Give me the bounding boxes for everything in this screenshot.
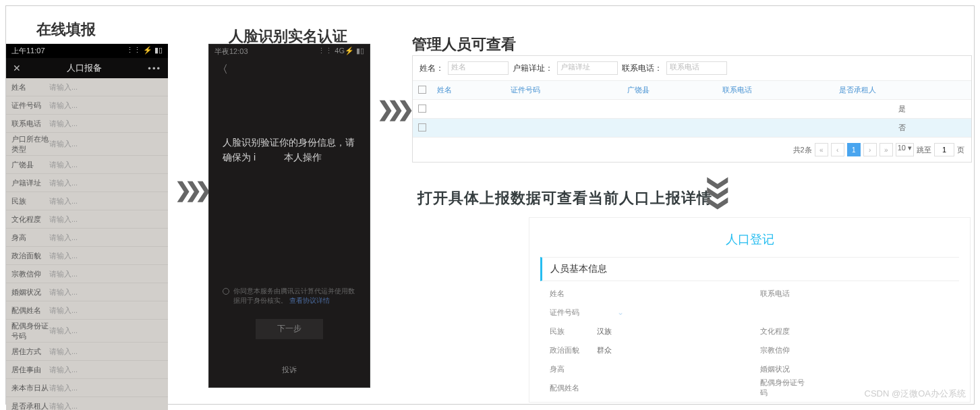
- form-row[interactable]: 证件号码请输入...: [6, 96, 168, 115]
- field-label: 配偶身份证号码: [760, 378, 807, 398]
- checkbox[interactable]: [418, 123, 426, 131]
- back-icon[interactable]: 〈: [209, 59, 370, 81]
- table-header-cell: 姓名: [432, 81, 505, 100]
- form-row[interactable]: 政治面貌请输入...: [6, 247, 168, 265]
- form-placeholder: 请输入...: [49, 196, 78, 206]
- status-signal-icon: ⋮⋮ ⚡ ▮▯: [126, 46, 163, 56]
- form-label: 居住方式: [11, 347, 49, 357]
- filter-input[interactable]: 户籍详址: [557, 61, 618, 75]
- jump-suffix: 页: [957, 145, 964, 155]
- arrow-icon: ❯❯❯: [377, 97, 407, 121]
- form-placeholder: 请输入...: [49, 178, 78, 188]
- detail-field: [760, 304, 950, 320]
- field-value: 群众: [597, 345, 612, 355]
- watermark: CSDN @泛微OA办公系统: [865, 388, 966, 400]
- detail-panel: 人口登记 人员基本信息 姓名联系电话证件号码⌄民族汉族文化程度政治面貌群众宗教信…: [529, 217, 971, 403]
- form-label: 宗教信仰: [11, 269, 49, 279]
- arrow-down-icon: ❯❯❯: [708, 175, 731, 205]
- page-prev-button[interactable]: ‹: [831, 143, 844, 156]
- form-placeholder: 请输入...: [49, 401, 78, 411]
- jump-input[interactable]: [934, 143, 954, 156]
- consent-link[interactable]: 查看协议详情: [289, 297, 330, 304]
- form-row[interactable]: 是否承租人请输入...: [6, 397, 168, 410]
- form-row[interactable]: 户籍详址请输入...: [6, 174, 168, 192]
- detail-field: 婚姻状况: [760, 361, 950, 377]
- chevron-down-icon[interactable]: ⌄: [617, 308, 624, 317]
- form-row[interactable]: 居住事由请输入...: [6, 361, 168, 379]
- form-placeholder: 请输入...: [49, 214, 78, 225]
- form-label: 配偶身份证号码: [11, 321, 49, 341]
- complaint-link[interactable]: 投诉: [209, 365, 370, 375]
- form-row[interactable]: 广饶县请输入...: [6, 156, 168, 174]
- form-placeholder: 请输入...: [49, 269, 78, 279]
- form-label: 联系电话: [11, 119, 49, 129]
- form-row[interactable]: 联系电话请输入...: [6, 115, 168, 133]
- pagination: 共2条 « ‹ 1 › » 10 ▾ 跳至 页: [413, 138, 971, 162]
- form-row[interactable]: 宗教信仰请输入...: [6, 265, 168, 283]
- form-row[interactable]: 来本市日从请输入...: [6, 379, 168, 397]
- form-placeholder: 请输入...: [49, 100, 78, 111]
- filter-input[interactable]: 姓名: [448, 61, 509, 75]
- form-row[interactable]: 户口所在地类型请输入...: [6, 133, 168, 156]
- arrow-icon: ❯❯❯: [175, 178, 205, 202]
- page-first-button[interactable]: «: [815, 143, 828, 156]
- form-row[interactable]: 配偶身份证号码请输入...: [6, 320, 168, 343]
- detail-field: 文化程度: [760, 323, 950, 339]
- table-header-cell: [413, 81, 432, 100]
- title-detail-view: 打开具体上报数据可查看当前人口上报详情: [417, 185, 714, 212]
- field-label: 联系电话: [760, 289, 807, 299]
- field-label: 文化程度: [760, 326, 807, 336]
- form-row[interactable]: 姓名请输入...: [6, 78, 168, 96]
- table-header-cell: 证件号码: [505, 81, 622, 100]
- page-size-select[interactable]: 10 ▾: [896, 143, 914, 156]
- form-row[interactable]: 配偶姓名请输入...: [6, 301, 168, 320]
- form-label: 来本市日从: [11, 383, 49, 393]
- form-row[interactable]: 婚姻状况请输入...: [6, 283, 168, 301]
- next-button[interactable]: 下一步: [256, 319, 323, 339]
- form-label: 政治面貌: [11, 251, 49, 261]
- status-time: 半夜12:03: [214, 47, 248, 57]
- phone-form-screen: 上午11:07 ⋮⋮ ⚡ ▮▯ ✕ 人口报备 ••• 姓名请输入...证件号码请…: [6, 44, 168, 410]
- table-row[interactable]: 是: [413, 100, 971, 119]
- form-placeholder: 请输入...: [49, 326, 78, 336]
- form-row[interactable]: 身高请输入...: [6, 229, 168, 247]
- field-label: 姓名: [550, 289, 597, 299]
- form-placeholder: 请输入...: [49, 160, 78, 170]
- form-placeholder: 请输入...: [49, 347, 78, 357]
- search-bar: 姓名：姓名户籍详址：户籍详址联系电话：联系电话: [413, 56, 971, 80]
- radio-icon[interactable]: [223, 288, 229, 295]
- field-label: 证件号码: [550, 308, 597, 318]
- checkbox[interactable]: [418, 86, 426, 94]
- table-row[interactable]: 否: [413, 119, 971, 138]
- page-number-button[interactable]: 1: [847, 143, 861, 156]
- pagination-total: 共2条: [793, 145, 812, 155]
- form-label: 户口所在地类型: [11, 134, 49, 154]
- field-label: 政治面貌: [550, 345, 597, 355]
- detail-field: 民族汉族: [550, 323, 740, 339]
- section-header: 人员基本信息: [540, 257, 959, 281]
- filter-input[interactable]: 联系电话: [666, 61, 727, 75]
- admin-table-panel: 姓名：姓名户籍详址：户籍详址联系电话：联系电话 姓名证件号码广饶县联系电话是否承…: [412, 55, 972, 163]
- form-row[interactable]: 居住方式请输入...: [6, 343, 168, 361]
- consent-row[interactable]: 你同意本服务由腾讯云计算代运并使用数据用于身份核实。 查看协议详情: [209, 165, 370, 305]
- form-label: 证件号码: [11, 100, 49, 111]
- table-header-cell: 联系电话: [717, 81, 834, 100]
- page-last-button[interactable]: »: [880, 143, 893, 156]
- form-label: 姓名: [11, 82, 49, 92]
- form-row[interactable]: 文化程度请输入...: [6, 210, 168, 229]
- field-label: 宗教信仰: [760, 345, 807, 355]
- detail-field: 姓名: [550, 285, 740, 301]
- table-header-cell: 广饶县: [622, 81, 717, 100]
- detail-field: 宗教信仰: [760, 342, 950, 358]
- title-online-fill: 在线填报: [36, 20, 96, 40]
- page-next-button[interactable]: ›: [863, 143, 877, 156]
- form-placeholder: 请输入...: [49, 383, 78, 393]
- jump-label: 跳至: [917, 145, 931, 155]
- field-label: 婚姻状况: [760, 364, 807, 374]
- more-icon[interactable]: •••: [148, 63, 161, 74]
- close-icon[interactable]: ✕: [13, 63, 21, 74]
- form-label: 居住事由: [11, 365, 49, 375]
- checkbox[interactable]: [418, 105, 426, 113]
- form-row[interactable]: 民族请输入...: [6, 192, 168, 210]
- form-placeholder: 请输入...: [49, 233, 78, 243]
